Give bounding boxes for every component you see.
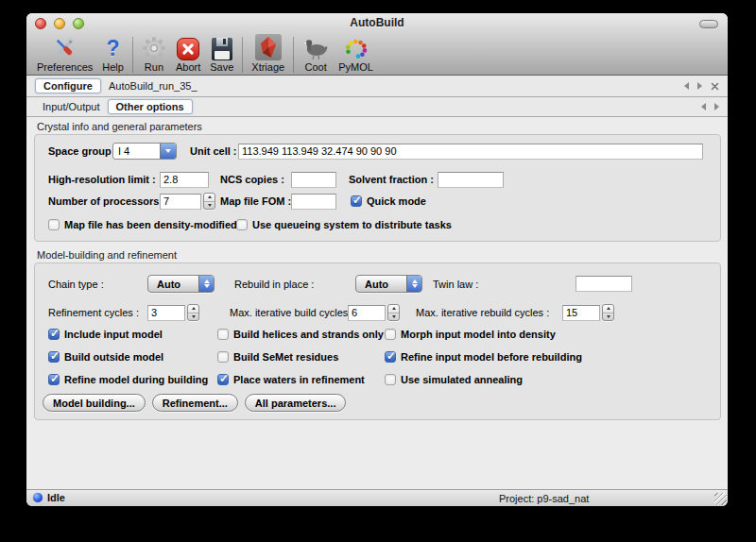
stepper-up-icon[interactable] [204,194,215,201]
checkbox-icon [48,219,60,230]
crystal-group-box: Space group : I 4 Unit cell : High-resol… [34,134,721,242]
toolbar-label: Run [145,61,163,73]
refinement-cycles-stepper[interactable] [187,304,199,321]
checkbox-build-semet[interactable]: Build SeMet residues [217,351,385,363]
rebuild-in-place-popup[interactable]: Auto [355,275,422,293]
build-cycles-stepper[interactable] [387,304,400,321]
model-building-button[interactable]: Model building... [43,394,146,412]
section-title-model: Model-building and refinement [37,249,728,261]
tab-close-icon[interactable] [711,82,719,91]
toolbar-button-coot[interactable]: Coot [298,34,334,73]
stepper-up-icon[interactable] [603,305,613,313]
zoom-window-button[interactable] [73,18,84,29]
status-text: Idle [47,492,65,503]
checkbox-icon [236,219,248,230]
toolbar-label: PyMOL [338,61,373,73]
toolbar-button-run[interactable]: Run [137,34,171,73]
traffic-lights [35,18,84,29]
checkbox-place-waters[interactable]: Place waters in refinement [217,374,385,385]
chain-type-label: Chain type : [48,279,147,290]
close-window-button[interactable] [35,18,46,29]
space-group-value: I 4 [113,144,160,159]
toolbar-button-pymol[interactable]: PyMOL [334,34,378,73]
num-processors-stepper[interactable] [203,193,215,210]
xtriage-crystal-icon [255,34,282,60]
tab-other-options[interactable]: Other options [108,99,193,114]
num-processors-field[interactable] [160,194,201,210]
stepper-down-icon[interactable] [204,201,215,210]
titlebar[interactable]: AutoBuild [26,13,728,34]
checkbox-build-helices-strands[interactable]: Build helices and strands only [217,329,385,340]
tab-configure[interactable]: Configure [35,78,101,93]
stepper-down-icon[interactable] [603,313,613,321]
toolbar-label: Save [210,61,233,73]
checkbox-icon [385,351,396,363]
toolbar-label: Abort [176,61,200,73]
toolbar-label: Help [102,61,124,73]
refinement-button[interactable]: Refinement... [152,394,238,412]
rebuild-in-place-label: Rebuild in place : [234,279,355,290]
num-processors-label: Number of processors : [48,195,160,207]
high-res-label: High-resolution limit : [48,174,160,185]
chain-type-popup[interactable]: Auto [147,275,215,293]
toolbar-button-save[interactable]: Save [205,34,238,73]
rebuild-cycles-field[interactable] [562,305,600,321]
tab-input-output[interactable]: Input/Output [35,100,108,113]
stepper-up-icon[interactable] [388,305,399,313]
sub-tab-bar: Input/Output Other options [26,97,728,117]
refinement-cycles-label: Refinement cycles : [48,307,147,318]
toolbar-button-xtriage[interactable]: Xtriage [247,34,289,73]
combo-dropdown-icon[interactable] [160,144,176,159]
twin-law-field[interactable] [576,276,632,292]
tab-autobuild-run[interactable]: AutoBuild_run_35_ [101,79,205,93]
checkbox-density-modified[interactable]: Map file has been density-modified [48,219,236,230]
ncs-copies-label: NCS copies : [220,174,291,185]
main-tab-bar: Configure AutoBuild_run_35_ [26,76,728,97]
toolbar-button-help[interactable]: ? Help [97,34,129,73]
resize-grip[interactable] [714,493,727,505]
stepper-up-icon[interactable] [188,305,198,313]
checkbox-icon [351,195,362,207]
tab-scroll-right-icon[interactable] [697,82,702,90]
build-cycles-field[interactable] [348,305,386,321]
toolbar-label: Coot [305,61,327,73]
checkbox-refine-during-building[interactable]: Refine model during building [48,374,217,385]
tab-scroll-left-icon[interactable] [684,82,689,90]
status-left: Idle [33,492,65,503]
ncs-copies-field[interactable] [291,172,336,188]
stepper-down-icon[interactable] [188,313,198,321]
checkbox-icon [217,351,229,363]
minimize-window-button[interactable] [54,18,65,29]
refinement-cycles-field[interactable] [147,305,185,321]
checkbox-icon [48,351,60,363]
toolbar-separator [132,37,133,73]
checkbox-queueing-system[interactable]: Use queueing system to distribute tasks [236,219,452,230]
solvent-fraction-field[interactable] [438,172,504,188]
toolbar: Preferences ? Help [26,34,728,76]
build-cycles-label: Max. iterative build cycles : [230,307,348,318]
checkbox-include-input-model[interactable]: Include input model [48,329,217,340]
map-fom-field[interactable] [291,194,336,210]
checkbox-morph-input-model[interactable]: Morph input model into density [385,329,720,340]
space-group-label: Space group : [48,145,112,157]
toolbar-toggle-button[interactable] [699,20,718,28]
sub-tab-scroll-right-icon[interactable] [714,103,719,110]
rebuild-cycles-stepper[interactable] [602,304,614,321]
checkbox-quick-mode[interactable]: Quick mode [351,195,426,207]
rebuild-in-place-value: Auto [356,276,406,292]
sub-tab-scroll-left-icon[interactable] [701,103,706,110]
status-indicator-icon [33,493,43,502]
stepper-down-icon[interactable] [388,313,399,321]
space-group-combo[interactable]: I 4 [112,143,177,160]
checkbox-build-outside-model[interactable]: Build outside model [48,351,217,363]
toolbar-separator [242,37,243,73]
toolbar-button-preferences[interactable]: Preferences [32,34,97,73]
checkbox-refine-before-rebuilding[interactable]: Refine input model before rebuilding [385,351,720,363]
toolbar-button-abort[interactable]: Abort [171,34,205,73]
unit-cell-field[interactable] [238,144,703,160]
parameter-buttons-row: Model building... Refinement... All para… [35,394,720,412]
high-res-field[interactable] [160,172,209,188]
checkbox-simulated-annealing[interactable]: Use simulated annealing [385,374,720,385]
all-parameters-button[interactable]: All parameters... [245,394,347,412]
window-title: AutoBuild [26,13,728,33]
